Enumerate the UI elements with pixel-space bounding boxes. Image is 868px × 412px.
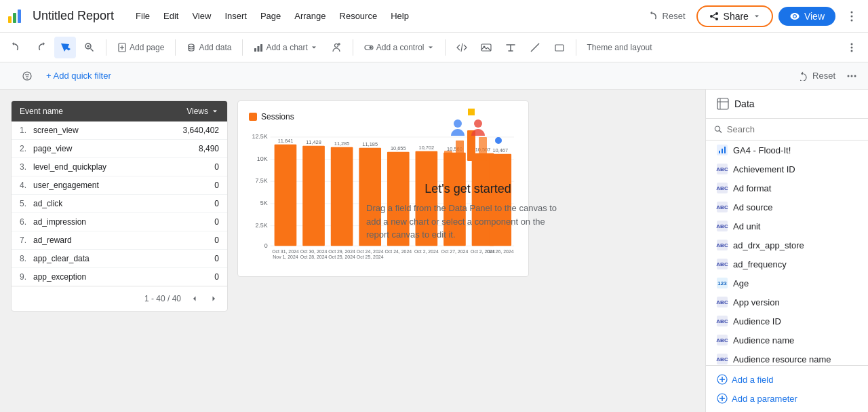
svg-point-10 <box>851 15 853 17</box>
row-number: 6. <box>20 217 33 227</box>
menu-help[interactable]: Help <box>385 8 414 24</box>
menu-file[interactable]: File <box>130 8 155 24</box>
select-tool-button[interactable] <box>54 37 76 58</box>
reset-label: Reset <box>663 11 686 21</box>
canvas[interactable]: Event name Views 1. screen_view 3,640,40… <box>0 90 705 412</box>
table-row: 7. ad_reward 0 <box>12 231 227 250</box>
panel-item[interactable]: ABCad_frequency <box>706 255 868 274</box>
shape-button[interactable] <box>549 37 570 58</box>
svg-text:11,428: 11,428 <box>306 139 321 145</box>
add-field-button[interactable]: Add a field <box>717 371 857 388</box>
panel-item[interactable]: ABCAchievement ID <box>706 160 868 179</box>
theme-layout-button[interactable]: Theme and layout <box>582 40 658 55</box>
svg-point-11 <box>851 19 853 21</box>
add-control-button[interactable]: Add a control <box>359 40 439 55</box>
more-options-button[interactable] <box>841 5 863 27</box>
community-button[interactable] <box>326 37 347 58</box>
share-button[interactable]: Share <box>696 5 773 27</box>
share-label: Share <box>724 11 749 22</box>
svg-text:Oct 24, 2024: Oct 24, 2024 <box>384 249 412 254</box>
panel-item[interactable]: ABCAd format <box>706 179 868 198</box>
add-data-button[interactable]: Add data <box>181 40 237 55</box>
svg-point-32 <box>851 43 853 45</box>
panel-item-label: ad_frequency <box>733 259 787 269</box>
embed-code-button[interactable] <box>451 37 473 58</box>
svg-point-33 <box>851 46 853 48</box>
menu-resource[interactable]: Resource <box>334 8 383 24</box>
panel-item-label: Age <box>733 278 749 288</box>
chart-icon <box>717 145 728 155</box>
panel-item[interactable]: ABCAd unit <box>706 217 868 236</box>
row-event-name: level_end_quickplay <box>33 162 178 172</box>
add-chart-button[interactable]: Add a chart <box>248 40 322 55</box>
view-button[interactable]: View <box>778 7 835 26</box>
reset-button[interactable]: Reset <box>795 68 841 83</box>
svg-rect-3 <box>18 10 21 23</box>
add-parameter-icon <box>717 393 728 404</box>
add-parameter-label: Add a parameter <box>732 394 797 404</box>
undo-reset-button[interactable]: Reset <box>644 8 691 24</box>
table-row: 4. user_engagement 0 <box>12 176 227 195</box>
chart-widget[interactable]: Sessions 12.5K 10K 7.5K 5K 2.5K 0 <box>237 100 529 277</box>
svg-rect-56 <box>302 146 325 246</box>
panel-item[interactable]: 123Age <box>706 274 868 293</box>
svg-rect-60 <box>359 148 381 246</box>
row-number: 7. <box>20 236 33 245</box>
svg-line-8 <box>712 16 715 18</box>
menu-page[interactable]: Page <box>255 8 286 24</box>
panel-item[interactable]: ABCAudience ID <box>706 312 868 331</box>
toolbar: Add page Add data Add a chart Add a cont… <box>0 33 868 62</box>
svg-point-39 <box>848 75 850 77</box>
filter-options-button[interactable] <box>16 65 38 87</box>
add-quick-filter-button[interactable]: + Add quick filter <box>41 68 117 83</box>
more-toolbar-button[interactable] <box>841 37 863 58</box>
main-area: Event name Views 1. screen_view 3,640,40… <box>0 90 868 412</box>
table-widget[interactable]: Event name Views 1. screen_view 3,640,40… <box>11 100 228 312</box>
add-parameter-button[interactable]: Add a parameter <box>717 390 857 407</box>
text-button[interactable] <box>500 37 521 58</box>
search-input[interactable] <box>727 124 860 134</box>
panel-item[interactable]: ABCApp version <box>706 293 868 312</box>
menu-insert[interactable]: Insert <box>219 8 252 24</box>
row-value: 0 <box>178 254 219 263</box>
menu-view[interactable]: View <box>186 8 216 24</box>
svg-text:Oct 29, 2024: Oct 29, 2024 <box>328 249 355 254</box>
line-button[interactable] <box>524 37 546 58</box>
svg-line-30 <box>531 43 539 52</box>
svg-text:Oct 28, 2024: Oct 28, 2024 <box>300 255 328 259</box>
chart-area: 12.5K 10K 7.5K 5K 2.5K 0 <box>249 130 517 265</box>
panel-item[interactable]: ABCAudience name <box>706 331 868 350</box>
panel-item-label: Ad source <box>733 202 773 212</box>
abc-icon: ABC <box>717 259 728 269</box>
zoom-button[interactable] <box>79 37 100 58</box>
menu-edit[interactable]: Edit <box>158 8 184 24</box>
add-page-button[interactable]: Add page <box>112 40 170 55</box>
svg-rect-31 <box>555 45 564 51</box>
svg-text:12.5K: 12.5K <box>252 133 267 140</box>
th-event-name: Event name <box>20 107 186 116</box>
svg-point-34 <box>851 50 853 52</box>
svg-rect-21 <box>258 46 260 52</box>
panel-item[interactable]: ABCAudience resource name <box>706 350 868 365</box>
menu-arrange[interactable]: Arrange <box>289 8 331 24</box>
prev-page-button[interactable] <box>186 291 203 307</box>
row-event-name: ad_impression <box>33 217 178 227</box>
panel-item[interactable]: ABCad_drx_app_store <box>706 236 868 255</box>
next-page-button[interactable] <box>205 291 222 307</box>
panel-item[interactable]: ABCAd source <box>706 198 868 217</box>
image-button[interactable] <box>475 37 497 58</box>
data-panel: Data GA4 - Flood-It!ABCAchievement IDABC… <box>705 90 868 412</box>
svg-point-5 <box>710 15 713 18</box>
panel-item-label: Achievement ID <box>733 164 795 174</box>
undo-button[interactable] <box>5 37 27 58</box>
svg-rect-64 <box>416 151 438 246</box>
svg-rect-54 <box>275 145 297 246</box>
panel-item[interactable]: GA4 - Flood-It! <box>706 141 868 160</box>
row-value: 8,490 <box>178 144 219 153</box>
panel-search-area[interactable] <box>706 119 868 141</box>
redo-button[interactable] <box>30 37 52 58</box>
row-number: 9. <box>20 272 33 282</box>
more-filter-options-button[interactable] <box>841 65 863 87</box>
legend-dot <box>249 113 257 121</box>
svg-text:Oct 25, 2024: Oct 25, 2024 <box>357 255 384 259</box>
